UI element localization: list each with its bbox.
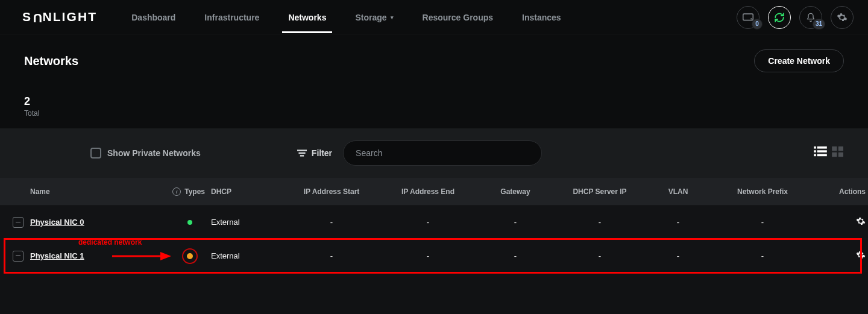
col-gateway[interactable]: Gateway	[476, 187, 555, 196]
gateway-value: -	[476, 218, 555, 227]
top-nav: SUNLIGHT Dashboard Infrastructure Networ…	[0, 0, 868, 35]
brand-logo: SUNLIGHT	[22, 10, 97, 24]
col-ipstart[interactable]: IP Address Start	[283, 187, 380, 196]
notifications-icon[interactable]: 31	[799, 6, 822, 29]
ipstart-value: -	[283, 218, 380, 227]
prefix-value: -	[711, 251, 814, 260]
nav-infrastructure[interactable]: Infrastructure	[190, 2, 274, 33]
col-actions[interactable]: Actions	[814, 187, 868, 196]
show-private-label: Show Private Networks	[107, 148, 201, 158]
vlan-value: -	[645, 218, 711, 227]
col-dhcpserver[interactable]: DHCP Server IP	[555, 187, 645, 196]
dhcp-value: External	[211, 218, 283, 227]
ipend-value: -	[380, 251, 476, 260]
grid-view-icon[interactable]	[832, 146, 844, 160]
toolbar: Show Private Networks Filter	[0, 128, 868, 178]
notifications-badge: 31	[813, 19, 825, 30]
prefix-value: -	[711, 218, 814, 227]
svg-rect-13	[832, 152, 837, 157]
dhcp-value: External	[211, 251, 283, 260]
row-actions-gear-icon[interactable]	[856, 250, 866, 262]
messages-badge: 0	[752, 19, 763, 30]
col-prefix[interactable]: Network Prefix	[711, 187, 814, 196]
view-toggle	[814, 146, 844, 160]
svg-rect-10	[817, 154, 827, 157]
svg-rect-3	[298, 152, 305, 154]
show-private-networks-checkbox[interactable]: Show Private Networks	[90, 148, 201, 159]
ipend-value: -	[380, 218, 476, 227]
network-name-link[interactable]: Physical NIC 0	[30, 218, 84, 227]
list-view-icon[interactable]	[814, 146, 827, 160]
svg-point-1	[750, 18, 752, 19]
search-input[interactable]	[343, 140, 542, 166]
table-header: Name iTypes DHCP IP Address Start IP Add…	[0, 178, 868, 205]
nav-dashboard[interactable]: Dashboard	[117, 2, 190, 33]
messages-icon[interactable]: 0	[737, 6, 760, 29]
row-actions-gear-icon[interactable]	[856, 216, 866, 228]
svg-rect-6	[817, 146, 827, 149]
col-vlan[interactable]: VLAN	[645, 187, 711, 196]
row-collapse-button[interactable]	[13, 251, 24, 262]
row-collapse-button[interactable]	[13, 217, 24, 228]
stats-bar: 2 Total	[0, 87, 868, 128]
gateway-value: -	[476, 251, 555, 260]
top-icons: 0 31	[737, 6, 854, 29]
table-row: Physical NIC 0 External - - - - - -	[0, 205, 868, 239]
page-title: Networks	[24, 54, 78, 68]
annotation-label: dedicated network	[78, 238, 142, 246]
nav-networks[interactable]: Networks	[274, 2, 341, 33]
chevron-down-icon: ▾	[391, 14, 394, 20]
svg-rect-11	[832, 146, 837, 151]
type-dot-orange-highlight-icon	[182, 248, 198, 264]
table-row: dedicated network Physical NIC 1 Externa…	[0, 239, 868, 272]
col-ipend[interactable]: IP Address End	[380, 187, 476, 196]
svg-rect-12	[838, 146, 843, 151]
type-dot-green-icon	[187, 220, 192, 225]
filter-label: Filter	[312, 148, 332, 158]
col-types[interactable]: iTypes	[169, 187, 211, 196]
sync-icon[interactable]	[768, 6, 791, 29]
network-name-link[interactable]: Physical NIC 1	[30, 251, 84, 260]
info-icon: i	[172, 187, 181, 196]
filter-icon	[297, 149, 307, 157]
dhcpserver-value: -	[555, 251, 645, 260]
ipstart-value: -	[283, 251, 380, 260]
vlan-value: -	[645, 251, 711, 260]
nav-storage[interactable]: Storage▾	[341, 2, 407, 33]
col-dhcp[interactable]: DHCP	[211, 187, 283, 196]
svg-rect-14	[838, 152, 843, 157]
total-label: Total	[24, 109, 844, 118]
svg-rect-9	[814, 154, 816, 157]
svg-rect-8	[817, 150, 827, 152]
nav-links: Dashboard Infrastructure Networks Storag…	[117, 2, 575, 33]
networks-table: Name iTypes DHCP IP Address Start IP Add…	[0, 178, 868, 272]
create-network-button[interactable]: Create Network	[754, 49, 844, 72]
settings-icon[interactable]	[831, 6, 854, 29]
svg-rect-7	[814, 150, 816, 152]
svg-rect-2	[297, 149, 307, 151]
checkbox-icon	[90, 148, 101, 159]
total-count: 2	[24, 95, 844, 108]
nav-instances[interactable]: Instances	[508, 2, 576, 33]
dhcpserver-value: -	[555, 218, 645, 227]
svg-rect-5	[814, 146, 816, 149]
svg-rect-4	[300, 155, 304, 156]
page-header: Networks Create Network	[0, 35, 868, 87]
filter-button[interactable]: Filter	[297, 148, 332, 158]
col-name[interactable]: Name	[30, 187, 169, 196]
nav-resource-groups[interactable]: Resource Groups	[408, 2, 508, 33]
